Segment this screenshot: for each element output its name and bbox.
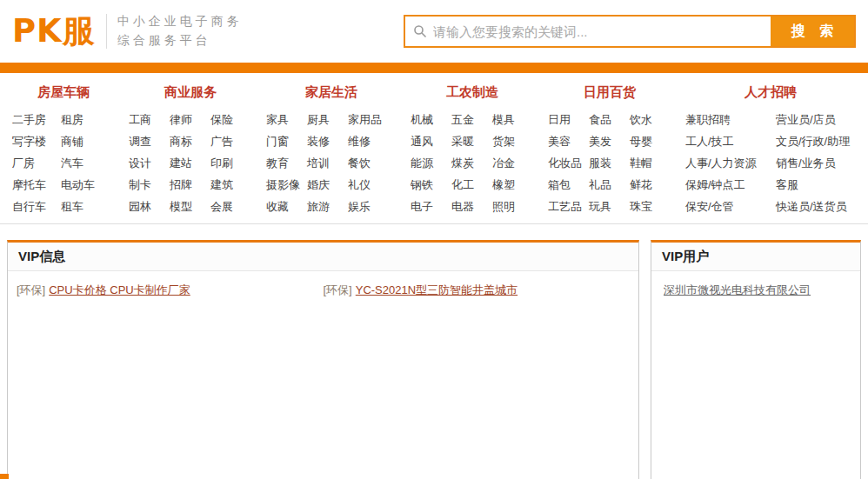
- nav-link[interactable]: 家具: [266, 112, 307, 128]
- nav-link[interactable]: 工艺品: [548, 199, 589, 215]
- orange-divider-bar: [0, 63, 868, 73]
- nav-link[interactable]: 娱乐: [348, 199, 397, 215]
- nav-link[interactable]: 电器: [451, 199, 492, 215]
- nav-link[interactable]: 婚庆: [307, 177, 348, 193]
- nav-group-title[interactable]: 人才招聘: [685, 84, 856, 101]
- nav-link[interactable]: 鞋帽: [630, 156, 671, 171]
- vip-user-link[interactable]: 深圳市微视光电科技有限公司: [664, 283, 811, 298]
- nav-link[interactable]: 教育: [266, 156, 307, 171]
- nav-link[interactable]: 营业员/店员: [776, 112, 856, 128]
- nav-link[interactable]: 冶金: [492, 156, 534, 171]
- nav-link[interactable]: 采暖: [451, 134, 492, 150]
- nav-link[interactable]: 客服: [776, 177, 856, 193]
- category-nav-row: 房屋车辆 二手房租房写字楼商铺厂房汽车摩托车电动车自行车租车 商业服务 工商律师…: [12, 84, 856, 215]
- nav-link[interactable]: 收藏: [266, 199, 307, 215]
- nav-link[interactable]: 礼品: [589, 177, 630, 193]
- nav-link[interactable]: 饮水: [630, 112, 671, 128]
- nav-link[interactable]: 照明: [492, 199, 534, 215]
- nav-link[interactable]: 写字楼: [12, 134, 61, 150]
- nav-link[interactable]: 装修: [307, 134, 348, 150]
- nav-link[interactable]: 广告: [210, 134, 252, 150]
- nav-link[interactable]: 厂房: [12, 156, 61, 171]
- vip-info-link[interactable]: CPU卡价格 CPU卡制作厂家: [49, 283, 190, 296]
- search-input[interactable]: [405, 17, 771, 46]
- nav-link[interactable]: 维修: [348, 134, 397, 150]
- nav-link[interactable]: 园林: [129, 199, 170, 215]
- nav-group-title[interactable]: 家居生活: [266, 84, 397, 101]
- nav-link[interactable]: 工商: [129, 112, 170, 128]
- nav-link[interactable]: 厨具: [307, 112, 348, 128]
- search-bar: 搜 索: [404, 15, 856, 48]
- nav-link[interactable]: 旅游: [307, 199, 348, 215]
- nav-link[interactable]: 设计: [129, 156, 170, 171]
- nav-link[interactable]: 商标: [170, 134, 210, 150]
- nav-link[interactable]: 摩托车: [12, 177, 61, 193]
- nav-group-title[interactable]: 工农制造: [411, 84, 534, 101]
- nav-link[interactable]: 服装: [589, 156, 630, 171]
- nav-link[interactable]: 商铺: [61, 134, 115, 150]
- nav-link[interactable]: 日用: [548, 112, 589, 128]
- nav-link[interactable]: 母婴: [630, 134, 671, 150]
- nav-link[interactable]: 制卡: [129, 177, 170, 193]
- nav-link[interactable]: 美容: [548, 134, 589, 150]
- nav-link[interactable]: 电子: [411, 199, 451, 215]
- nav-group-home-life: 家居生活 家具厨具家用品门窗装修维修教育培训餐饮摄影像婚庆礼仪收藏旅游娱乐: [266, 84, 397, 215]
- nav-link[interactable]: 食品: [589, 112, 630, 128]
- nav-link[interactable]: 五金: [451, 112, 492, 128]
- nav-link[interactable]: 珠宝: [630, 199, 671, 215]
- nav-link[interactable]: 自行车: [12, 199, 61, 215]
- nav-link[interactable]: 印刷: [210, 156, 252, 171]
- nav-link[interactable]: 租房: [61, 112, 115, 128]
- nav-link[interactable]: 模具: [492, 112, 534, 128]
- nav-link[interactable]: 二手房: [12, 112, 61, 128]
- nav-link[interactable]: 玩具: [589, 199, 630, 215]
- nav-link[interactable]: 保险: [210, 112, 252, 128]
- nav-link[interactable]: 能源: [411, 156, 451, 171]
- nav-link[interactable]: 建筑: [210, 177, 252, 193]
- nav-link[interactable]: 租车: [61, 199, 115, 215]
- nav-link[interactable]: 销售/业务员: [776, 156, 856, 171]
- nav-link[interactable]: 通风: [411, 134, 451, 150]
- nav-link[interactable]: 模型: [170, 199, 210, 215]
- nav-link[interactable]: 保安/仓管: [685, 199, 776, 215]
- nav-link[interactable]: 货架: [492, 134, 534, 150]
- search-input-wrap: [405, 17, 771, 46]
- nav-link[interactable]: 煤炭: [451, 156, 492, 171]
- nav-link[interactable]: 培训: [307, 156, 348, 171]
- nav-group-title[interactable]: 商业服务: [129, 84, 252, 101]
- tagline-line-2: 综合服务平台: [117, 33, 211, 47]
- nav-link[interactable]: 兼职招聘: [685, 112, 776, 128]
- nav-link[interactable]: 人事/人力资源: [685, 156, 776, 171]
- nav-link[interactable]: 餐饮: [348, 156, 397, 171]
- nav-link[interactable]: 美发: [589, 134, 630, 150]
- nav-link[interactable]: 文员/行政/助理: [776, 134, 856, 150]
- nav-link[interactable]: 化妆品: [548, 156, 589, 171]
- nav-link[interactable]: 建站: [170, 156, 210, 171]
- nav-link[interactable]: 快递员/送货员: [776, 199, 856, 215]
- site-logo[interactable]: PK服 中小企业电子商务 综合服务平台: [12, 10, 243, 53]
- nav-link[interactable]: 调查: [129, 134, 170, 150]
- nav-link[interactable]: 门窗: [266, 134, 307, 150]
- nav-link[interactable]: 箱包: [548, 177, 589, 193]
- search-button[interactable]: 搜 索: [771, 17, 854, 46]
- vip-info-item: [环保]YC-S2021N型三防智能井盖城市: [324, 283, 631, 298]
- nav-link[interactable]: 钢铁: [411, 177, 451, 193]
- vip-info-link[interactable]: YC-S2021N型三防智能井盖城市: [356, 283, 517, 296]
- nav-link[interactable]: 家用品: [348, 112, 397, 128]
- nav-link[interactable]: 律师: [170, 112, 210, 128]
- nav-link[interactable]: 招牌: [170, 177, 210, 193]
- nav-link[interactable]: 化工: [451, 177, 492, 193]
- nav-link[interactable]: 汽车: [61, 156, 115, 171]
- nav-link[interactable]: 礼仪: [348, 177, 397, 193]
- nav-link[interactable]: 橡塑: [492, 177, 534, 193]
- nav-group-title[interactable]: 房屋车辆: [12, 84, 115, 101]
- nav-link[interactable]: 工人/技工: [685, 134, 776, 150]
- nav-link[interactable]: 会展: [210, 199, 252, 215]
- nav-link[interactable]: 保姆/钟点工: [685, 177, 776, 193]
- vip-users-panel: VIP用户 深圳市微视光电科技有限公司: [651, 240, 861, 479]
- nav-link[interactable]: 摄影像: [266, 177, 307, 193]
- nav-link[interactable]: 电动车: [61, 177, 115, 193]
- nav-link[interactable]: 机械: [411, 112, 451, 128]
- nav-group-title[interactable]: 日用百货: [548, 84, 671, 101]
- nav-link[interactable]: 鲜花: [630, 177, 671, 193]
